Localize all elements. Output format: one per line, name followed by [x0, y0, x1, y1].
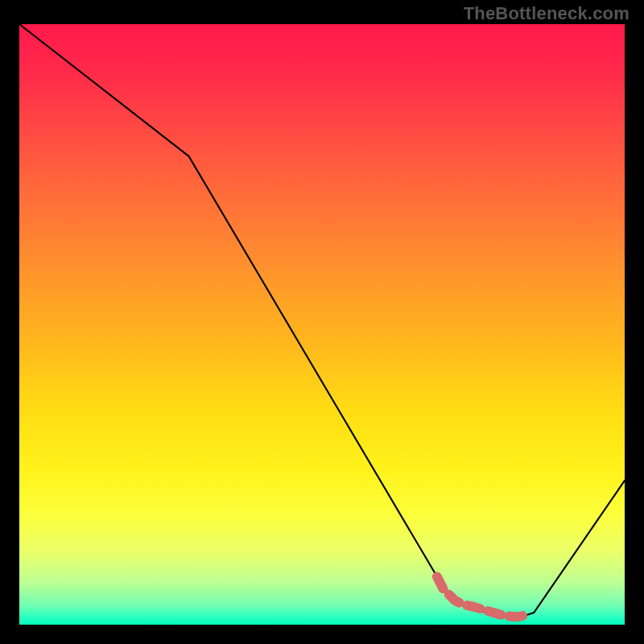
chart-svg — [19, 24, 625, 625]
curve-line — [19, 24, 625, 619]
plot-area — [19, 24, 625, 625]
marker-segment — [437, 576, 528, 617]
chart-frame: TheBottleneck.com — [0, 0, 644, 644]
watermark-text: TheBottleneck.com — [464, 3, 630, 24]
